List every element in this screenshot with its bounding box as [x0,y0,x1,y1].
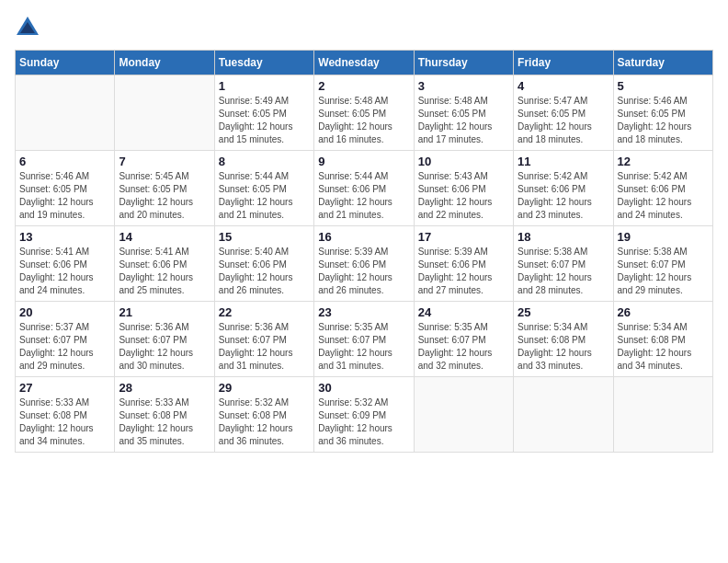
day-number: 22 [219,305,310,319]
day-number: 12 [618,155,709,168]
cell-content: Sunrise: 5:33 AM Sunset: 6:08 PM Dayligh… [119,396,210,448]
calendar-cell: 16Sunrise: 5:39 AM Sunset: 6:06 PM Dayli… [314,226,414,302]
calendar-cell: 2Sunrise: 5:48 AM Sunset: 6:05 PM Daylig… [314,75,414,151]
day-number: 25 [518,305,609,319]
calendar-cell: 3Sunrise: 5:48 AM Sunset: 6:05 PM Daylig… [414,75,513,151]
day-number: 28 [119,381,210,395]
calendar-cell: 12Sunrise: 5:42 AM Sunset: 6:06 PM Dayli… [613,151,712,226]
calendar-cell [115,75,214,151]
day-number: 24 [418,305,509,319]
day-number: 6 [19,155,110,168]
week-row-3: 13Sunrise: 5:41 AM Sunset: 6:06 PM Dayli… [16,226,713,302]
day-number: 27 [19,381,110,395]
header [15,15,713,40]
week-row-2: 6Sunrise: 5:46 AM Sunset: 6:05 PM Daylig… [16,151,713,226]
day-number: 5 [618,79,709,93]
day-number: 14 [119,230,210,244]
calendar-cell: 20Sunrise: 5:37 AM Sunset: 6:07 PM Dayli… [16,302,115,377]
day-number: 3 [418,79,509,93]
cell-content: Sunrise: 5:35 AM Sunset: 6:07 PM Dayligh… [418,321,509,373]
calendar-cell: 5Sunrise: 5:46 AM Sunset: 6:05 PM Daylig… [613,75,712,151]
day-header-friday: Friday [514,51,613,75]
calendar-cell: 22Sunrise: 5:36 AM Sunset: 6:07 PM Dayli… [214,302,313,377]
cell-content: Sunrise: 5:48 AM Sunset: 6:05 PM Dayligh… [318,95,409,146]
cell-content: Sunrise: 5:44 AM Sunset: 6:06 PM Dayligh… [318,170,409,222]
day-number: 4 [518,79,609,93]
cell-content: Sunrise: 5:39 AM Sunset: 6:06 PM Dayligh… [418,246,509,297]
day-number: 8 [219,155,310,168]
cell-content: Sunrise: 5:42 AM Sunset: 6:06 PM Dayligh… [518,170,609,222]
calendar-cell: 7Sunrise: 5:45 AM Sunset: 6:05 PM Daylig… [115,151,214,226]
calendar-cell: 11Sunrise: 5:42 AM Sunset: 6:06 PM Dayli… [514,151,613,226]
calendar-cell: 13Sunrise: 5:41 AM Sunset: 6:06 PM Dayli… [16,226,115,302]
day-header-saturday: Saturday [613,51,712,75]
day-number: 17 [418,230,509,244]
calendar-cell: 26Sunrise: 5:34 AM Sunset: 6:08 PM Dayli… [613,302,712,377]
cell-content: Sunrise: 5:43 AM Sunset: 6:06 PM Dayligh… [418,170,509,222]
calendar-cell: 27Sunrise: 5:33 AM Sunset: 6:08 PM Dayli… [16,377,115,453]
cell-content: Sunrise: 5:37 AM Sunset: 6:07 PM Dayligh… [19,321,110,373]
cell-content: Sunrise: 5:32 AM Sunset: 6:08 PM Dayligh… [219,396,310,448]
day-number: 1 [219,79,310,93]
week-row-1: 1Sunrise: 5:49 AM Sunset: 6:05 PM Daylig… [16,75,713,151]
calendar-cell [16,75,115,151]
calendar-cell: 8Sunrise: 5:44 AM Sunset: 6:05 PM Daylig… [214,151,313,226]
calendar-cell: 24Sunrise: 5:35 AM Sunset: 6:07 PM Dayli… [414,302,513,377]
cell-content: Sunrise: 5:48 AM Sunset: 6:05 PM Dayligh… [418,95,509,146]
calendar-cell: 10Sunrise: 5:43 AM Sunset: 6:06 PM Dayli… [414,151,513,226]
calendar-table: SundayMondayTuesdayWednesdayThursdayFrid… [15,50,713,453]
calendar-cell: 15Sunrise: 5:40 AM Sunset: 6:06 PM Dayli… [214,226,313,302]
day-number: 2 [318,79,409,93]
calendar-cell: 29Sunrise: 5:32 AM Sunset: 6:08 PM Dayli… [214,377,313,453]
day-header-sunday: Sunday [16,51,115,75]
day-number: 16 [318,230,409,244]
cell-content: Sunrise: 5:35 AM Sunset: 6:07 PM Dayligh… [318,321,409,373]
cell-content: Sunrise: 5:39 AM Sunset: 6:06 PM Dayligh… [318,246,409,297]
calendar-cell: 25Sunrise: 5:34 AM Sunset: 6:08 PM Dayli… [514,302,613,377]
cell-content: Sunrise: 5:44 AM Sunset: 6:05 PM Dayligh… [219,170,310,222]
day-header-tuesday: Tuesday [214,51,313,75]
calendar-cell: 30Sunrise: 5:32 AM Sunset: 6:09 PM Dayli… [314,377,414,453]
day-number: 19 [618,230,709,244]
week-row-5: 27Sunrise: 5:33 AM Sunset: 6:08 PM Dayli… [16,377,713,453]
calendar-cell: 9Sunrise: 5:44 AM Sunset: 6:06 PM Daylig… [314,151,414,226]
cell-content: Sunrise: 5:38 AM Sunset: 6:07 PM Dayligh… [618,246,709,297]
calendar-cell [414,377,513,453]
calendar-cell: 21Sunrise: 5:36 AM Sunset: 6:07 PM Dayli… [115,302,214,377]
day-number: 11 [518,155,609,168]
cell-content: Sunrise: 5:32 AM Sunset: 6:09 PM Dayligh… [318,396,409,448]
day-number: 13 [19,230,110,244]
calendar-cell [613,377,712,453]
day-number: 30 [318,381,409,395]
cell-content: Sunrise: 5:46 AM Sunset: 6:05 PM Dayligh… [618,95,709,146]
day-number: 18 [518,230,609,244]
cell-content: Sunrise: 5:36 AM Sunset: 6:07 PM Dayligh… [119,321,210,373]
day-number: 20 [19,305,110,319]
cell-content: Sunrise: 5:40 AM Sunset: 6:06 PM Dayligh… [219,246,310,297]
calendar-cell: 23Sunrise: 5:35 AM Sunset: 6:07 PM Dayli… [314,302,414,377]
calendar-cell: 4Sunrise: 5:47 AM Sunset: 6:05 PM Daylig… [514,75,613,151]
days-header-row: SundayMondayTuesdayWednesdayThursdayFrid… [16,51,713,75]
calendar-cell: 18Sunrise: 5:38 AM Sunset: 6:07 PM Dayli… [514,226,613,302]
cell-content: Sunrise: 5:41 AM Sunset: 6:06 PM Dayligh… [119,246,210,297]
day-number: 15 [219,230,310,244]
calendar-cell: 6Sunrise: 5:46 AM Sunset: 6:05 PM Daylig… [16,151,115,226]
day-number: 26 [618,305,709,319]
logo-icon [15,15,40,40]
cell-content: Sunrise: 5:46 AM Sunset: 6:05 PM Dayligh… [19,170,110,222]
cell-content: Sunrise: 5:36 AM Sunset: 6:07 PM Dayligh… [219,321,310,373]
day-header-thursday: Thursday [414,51,513,75]
cell-content: Sunrise: 5:45 AM Sunset: 6:05 PM Dayligh… [119,170,210,222]
cell-content: Sunrise: 5:33 AM Sunset: 6:08 PM Dayligh… [19,396,110,448]
calendar-cell: 14Sunrise: 5:41 AM Sunset: 6:06 PM Dayli… [115,226,214,302]
day-number: 23 [318,305,409,319]
day-header-wednesday: Wednesday [314,51,414,75]
week-row-4: 20Sunrise: 5:37 AM Sunset: 6:07 PM Dayli… [16,302,713,377]
day-number: 21 [119,305,210,319]
cell-content: Sunrise: 5:34 AM Sunset: 6:08 PM Dayligh… [618,321,709,373]
day-header-monday: Monday [115,51,214,75]
cell-content: Sunrise: 5:42 AM Sunset: 6:06 PM Dayligh… [618,170,709,222]
cell-content: Sunrise: 5:41 AM Sunset: 6:06 PM Dayligh… [19,246,110,297]
day-number: 7 [119,155,210,168]
calendar-cell: 28Sunrise: 5:33 AM Sunset: 6:08 PM Dayli… [115,377,214,453]
